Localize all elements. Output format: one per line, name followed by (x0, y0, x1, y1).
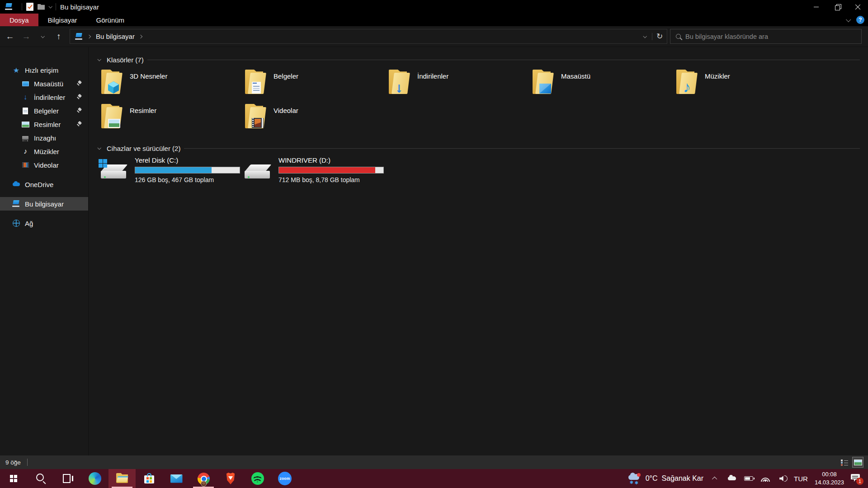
taskbar-button[interactable] (0, 469, 27, 488)
taskbar-button[interactable] (217, 469, 244, 488)
folder-name: Müzikler (705, 72, 730, 80)
folder-tile[interactable]: Müzikler (675, 68, 819, 102)
restore-button[interactable] (826, 0, 847, 14)
music-icon (683, 80, 691, 94)
wifi-icon[interactable] (760, 474, 770, 483)
new-folder-icon[interactable] (38, 4, 45, 10)
taskbar-button[interactable] (54, 469, 81, 488)
breadcrumb-chevron-icon[interactable] (139, 34, 142, 38)
sidebar-item[interactable]: OneDrive (0, 178, 88, 191)
window-controls (806, 0, 868, 14)
taskbar-button[interactable] (244, 469, 271, 488)
clock[interactable]: 00:08 14.03.2023 (815, 470, 844, 486)
minimize-button[interactable] (806, 0, 826, 14)
minimize-icon (814, 7, 819, 7)
section-title: Cihazlar ve sürücüler (2) (107, 145, 180, 152)
ribbon-tab[interactable]: Dosya (0, 14, 38, 26)
sidebar-item[interactable]: Müzikler (0, 145, 88, 158)
drive-tile[interactable]: WINDRIVER (D:) 712 MB boş, 8,78 GB topla… (244, 156, 388, 189)
drive-name: Yerel Disk (C:) (135, 156, 240, 164)
refresh-button[interactable]: ↻ (652, 29, 667, 43)
onedrive-tray-icon[interactable] (727, 474, 737, 483)
taskbar-button[interactable] (190, 469, 217, 488)
hidden-icons-chevron-icon[interactable] (710, 474, 720, 483)
monitor-icon (539, 84, 551, 94)
separator (56, 3, 56, 10)
taskbar-button[interactable] (163, 469, 190, 488)
volume-icon[interactable] (777, 474, 787, 483)
taskbar-button[interactable] (136, 469, 163, 488)
sidebar-item-label: İndirilenler (34, 94, 65, 101)
pc-icon (12, 200, 21, 208)
film-icon (21, 161, 30, 169)
drive-led (104, 176, 106, 178)
picture-icon (21, 120, 30, 128)
cube-3d-icon (108, 81, 119, 94)
up-button[interactable]: ↑ (51, 29, 67, 44)
sidebar-item[interactable]: Ağ (0, 216, 88, 230)
time: 00:08 (815, 470, 844, 479)
forward-button[interactable]: → (18, 29, 34, 44)
collapse-section-chevron-icon[interactable] (97, 57, 101, 61)
weather-condition: Sağanak Kar (662, 474, 704, 483)
weather-widget[interactable]: ✱✱ 0°C Sağanak Kar (628, 473, 703, 484)
history-chevron-icon[interactable] (34, 29, 51, 44)
spotify-icon (251, 472, 264, 485)
customize-toolbar-chevron-icon[interactable] (48, 5, 52, 8)
explorer-icon (115, 472, 129, 485)
taskbar: zoom ✱✱ 0°C Sağanak Kar TUR 00:08 14.03.… (0, 469, 868, 488)
folder-tile[interactable]: Belgeler (244, 68, 388, 102)
folder-tile[interactable]: 3D Nesneler (100, 68, 244, 102)
collapse-section-chevron-icon[interactable] (97, 146, 101, 150)
disk-usage-fill (135, 167, 212, 173)
folder-icon (244, 103, 268, 129)
back-button[interactable]: ← (2, 29, 18, 44)
sidebar-item[interactable]: İndirilenler (0, 90, 88, 104)
search-icon (34, 472, 47, 485)
brave-icon (224, 472, 237, 485)
folder-tile[interactable]: Videolar (244, 102, 388, 136)
devices-section-header[interactable]: Cihazlar ve sürücüler (2) (95, 143, 863, 154)
properties-icon[interactable] (26, 3, 33, 11)
help-icon[interactable]: ? (856, 16, 864, 24)
folder-tile[interactable]: İndirilenler (388, 68, 532, 102)
taskbar-button[interactable] (108, 469, 136, 488)
taskbar-button[interactable] (81, 469, 108, 488)
close-button[interactable] (847, 0, 868, 14)
download-icon (396, 82, 402, 94)
search-box[interactable] (670, 29, 862, 44)
details-view-button[interactable] (839, 457, 850, 468)
sidebar-item[interactable]: Inzaghı (0, 131, 88, 145)
ribbon-tab[interactable]: Görünüm (87, 14, 134, 26)
language-indicator[interactable]: TUR (794, 475, 808, 483)
address-dropdown-button[interactable] (637, 29, 652, 43)
sidebar-item[interactable]: Masaüstü (0, 77, 88, 90)
sidebar-item[interactable]: Videolar (0, 158, 88, 172)
ribbon-tab[interactable]: Bilgisayar (38, 14, 87, 26)
sidebar-item[interactable]: Resimler (0, 117, 88, 131)
battery-icon[interactable] (744, 474, 754, 483)
address-bar[interactable]: Bu bilgisayar ↻ (70, 29, 667, 44)
minimize-ribbon-chevron-icon[interactable] (846, 17, 851, 22)
close-icon (855, 4, 861, 10)
checkmark-icon (28, 4, 32, 9)
section-rule (147, 60, 860, 60)
search-input[interactable] (685, 33, 856, 40)
sidebar-item[interactable]: Hızlı erişim (0, 63, 88, 77)
drive-tile[interactable]: Yerel Disk (C:) 126 GB boş, 467 GB topla… (100, 156, 244, 189)
breadcrumb-location[interactable]: Bu bilgisayar (90, 33, 139, 40)
title-bar: Bu bilgisayar (0, 0, 868, 14)
action-center-button[interactable]: 1 (851, 473, 863, 484)
sidebar-item-label: Masaüstü (34, 80, 63, 88)
snow-weather-icon: ✱✱ (628, 473, 642, 484)
large-icons-view-button[interactable] (852, 457, 863, 468)
folder-tile[interactable]: Resimler (100, 102, 244, 136)
folder-name: Videolar (274, 107, 298, 114)
folder-icon (532, 69, 555, 95)
sidebar-item[interactable]: Bu bilgisayar (0, 197, 88, 211)
taskbar-button[interactable] (27, 469, 54, 488)
sidebar-item[interactable]: Belgeler (0, 104, 88, 117)
taskbar-button[interactable]: zoom (271, 469, 298, 488)
folder-tile[interactable]: Masaüstü (532, 68, 675, 102)
folders-section-header[interactable]: Klasörler (7) (95, 54, 863, 65)
